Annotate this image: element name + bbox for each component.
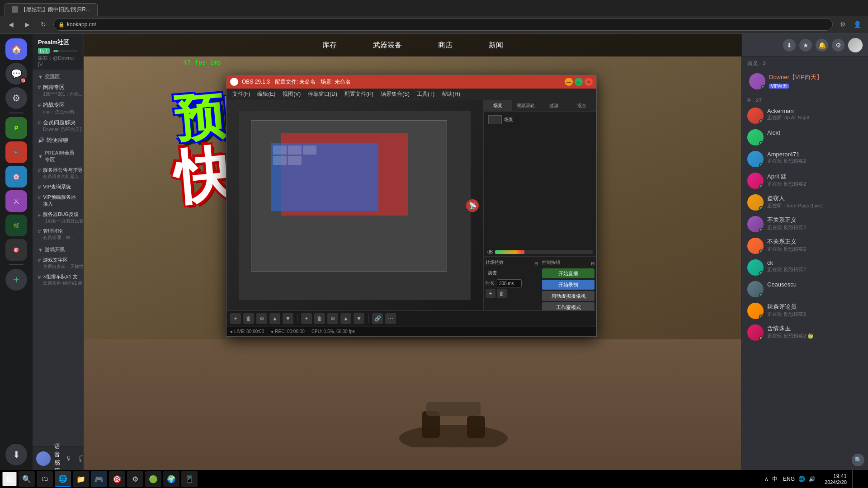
channel-suibianliaoer[interactable]: 🔊 随便聊聊 (33, 135, 83, 146)
systray-lang[interactable]: 中 (772, 475, 778, 483)
obs-source-up[interactable]: ▲ (269, 313, 280, 324)
member-hanqing[interactable]: 含情珠玉 正在玩 反恐精英2 👑 (745, 322, 864, 343)
obs-remove-scene[interactable]: 🗑 (314, 313, 325, 324)
kook-home-icon[interactable]: 🏠 (5, 38, 27, 60)
taskbar-settings[interactable]: ⚙ (127, 471, 143, 487)
systray-lang-en[interactable]: ENG (783, 476, 795, 482)
obs-menu-view[interactable]: 视图(V) (279, 89, 304, 99)
member-april[interactable]: April 廷 正在玩 反恐精英2 (745, 170, 864, 192)
server-icon-1[interactable]: P (5, 117, 27, 139)
browser-tab-active[interactable]: 【黑炫玩】雨中旧跑:回归R... (5, 3, 98, 16)
taskbar-files[interactable]: 📁 (73, 471, 89, 487)
add-server-button[interactable]: + (5, 269, 27, 291)
obs-duration-input[interactable] (497, 279, 522, 287)
systray-volume[interactable]: 🔊 (809, 476, 816, 482)
right-icon-bell[interactable]: 🔔 (816, 39, 828, 52)
obs-tab-scenes[interactable]: 场景 (484, 100, 512, 111)
obs-remove-source[interactable]: 🗑 (243, 313, 254, 324)
profile-button[interactable]: 👤 (851, 18, 863, 31)
obs-add-source[interactable]: + (230, 313, 241, 324)
obs-tab-mixer[interactable]: 混合 (568, 100, 596, 111)
nav-weapons[interactable]: 武器装备 (368, 38, 406, 52)
headset-button[interactable]: 🎧 (76, 453, 83, 464)
channel-bug[interactable]: # 服务器BUG反馈 【刷新一页消息已被... (33, 209, 83, 226)
category-jiaoliu[interactable]: ▼ 交流区 (33, 70, 83, 82)
member-ackerman[interactable]: Ackerman 正在听 Up All Night (745, 105, 864, 127)
obs-scene-down[interactable]: ▼ (354, 313, 364, 324)
systray-up-arrow[interactable]: ∧ (764, 476, 769, 482)
obs-link-btn[interactable]: 🔗 (372, 313, 383, 324)
taskbar-app-1[interactable]: 🎯 (109, 471, 125, 487)
obs-menu-tools[interactable]: 工具(T) (413, 89, 438, 99)
obs-tab-sources[interactable]: 视频滚轮 (512, 100, 540, 111)
category-vip[interactable]: ▼ Preaim会员专区 (33, 146, 83, 165)
obs-source-down[interactable]: ▼ (283, 313, 293, 324)
obs-close-button[interactable]: ✕ (585, 78, 593, 86)
obs-add-scene[interactable]: + (301, 313, 312, 324)
right-search-button[interactable]: 🔍 (852, 454, 864, 466)
member-bot[interactable]: 不关系正义 正在玩 反恐精英2 (745, 213, 864, 235)
user-avatar-top[interactable] (848, 38, 863, 52)
nav-kucun[interactable]: 库存 (318, 38, 341, 52)
obs-scene-up[interactable]: ▲ (340, 313, 351, 324)
right-icon-icons[interactable]: ⚙ (832, 39, 844, 52)
user-avatar[interactable] (36, 451, 51, 466)
community-header[interactable]: Preaim社区 Lv.1 鉴权：@Downer [V (33, 34, 83, 70)
obs-menu-dock[interactable]: 停靠窗口(D) (304, 89, 341, 99)
server-icon-3[interactable]: 🌸 (5, 166, 27, 188)
nav-shop[interactable]: 商店 (434, 38, 457, 52)
obs-tab-filters[interactable]: 过滤 (540, 100, 568, 111)
kook-dm-icon[interactable]: 💬 73 (5, 63, 27, 84)
mic-button[interactable]: 🎙 (64, 453, 75, 464)
obs-start-stream-button[interactable]: 开始直播 (542, 268, 594, 278)
obs-virtual-cam-button[interactable]: 启动虚拟摄像机 (542, 291, 594, 301)
channel-gonggao[interactable]: # 服务器公告与指导 会员请查询机器人：PreaimPRO... (33, 165, 83, 182)
server-icon-5[interactable]: 🌿 (5, 215, 27, 236)
obs-transition-fade[interactable]: 淡变 (486, 268, 538, 277)
obs-menu-edit[interactable]: 编辑(E) (254, 89, 279, 99)
taskbar-clock[interactable]: 19:41 2024/2/28 (821, 473, 850, 485)
nav-news[interactable]: 新闻 (484, 38, 508, 52)
channel-xianliao[interactable]: # 闲聊专区 198****201：也能... (33, 82, 83, 99)
obs-start-record-button[interactable]: 开始录制 (542, 280, 594, 290)
member-amperor[interactable]: Amperor471 正在玩 反恐精英2 (745, 148, 864, 170)
taskbar-app-3[interactable]: 📱 (181, 471, 198, 487)
channel-yue-zhan[interactable]: # 约战专区 uou：怎么vip料... (33, 99, 83, 117)
obs-trans-add[interactable]: + (486, 289, 495, 298)
server-icon-2[interactable]: 🎮 (5, 141, 27, 163)
channel-wenti[interactable]: # 会员问题解决 Downer【VIP向天】... (33, 117, 83, 135)
obs-menu-help[interactable]: 帮助(H) (438, 89, 464, 99)
obs-menu-scene[interactable]: 场景集合(S) (377, 89, 413, 99)
taskbar-steam[interactable]: 🎮 (91, 471, 107, 487)
back-button[interactable]: ◀ (5, 18, 17, 31)
taskbar-browser[interactable]: 🌐 (55, 471, 71, 487)
member-daoz[interactable]: 盗窃人 正在听 Three Pass (Live) (745, 192, 864, 213)
obs-menu-file[interactable]: 文件(F) (229, 89, 254, 99)
server-icon-6[interactable]: 🎯 (5, 239, 27, 261)
channel-vip-server[interactable]: # VIP预瞄服务器接入 (33, 192, 83, 209)
obs-maximize-button[interactable]: □ (575, 78, 583, 86)
obs-scene-item-1[interactable]: 场景 (486, 113, 594, 126)
member-bGX[interactable]: 不关系正义 正在玩 反恐精英2 (745, 235, 864, 257)
taskbar-explorer[interactable]: 🗂 (37, 471, 53, 487)
voice-member-downer[interactable]: Downer【VIP向天】 VIP向天 (747, 70, 863, 92)
extensions-button[interactable]: ⚙ (836, 18, 849, 31)
kook-settings-icon[interactable]: ⚙ (5, 87, 27, 109)
channel-game-text[interactable]: # 游戏文字区 免费自参架：天梯世界... (33, 255, 83, 272)
address-bar[interactable]: 🔒 kookapp.cn/ (53, 18, 833, 31)
channel-admin[interactable]: # 管理讨论 会员管理：ss... (33, 226, 83, 243)
start-button[interactable]: ⊞ (2, 472, 17, 486)
obs-more-btn[interactable]: ⋯ (385, 313, 396, 324)
obs-trans-remove[interactable]: 🗑 (497, 289, 507, 298)
right-icon-download[interactable]: ⬇ (783, 39, 796, 52)
taskbar-app-2[interactable]: 🟢 (145, 471, 161, 487)
member-ceausescu[interactable]: Ceausescu (745, 278, 864, 300)
obs-studio-mode-button[interactable]: 工作室模式 (542, 302, 594, 310)
taskbar-show-desktop[interactable] (852, 470, 866, 488)
taskbar-chrome[interactable]: 🌍 (163, 471, 179, 487)
obs-minimize-button[interactable]: — (565, 78, 573, 86)
refresh-button[interactable]: ↻ (37, 18, 50, 31)
obs-menu-profile[interactable]: 配置文件(P) (341, 89, 377, 99)
server-icon-4[interactable]: ⚔ (5, 190, 27, 212)
channel-team[interactable]: # ×组排车队#1 文 欢迎来#× 组排#1 组排... (33, 272, 83, 288)
